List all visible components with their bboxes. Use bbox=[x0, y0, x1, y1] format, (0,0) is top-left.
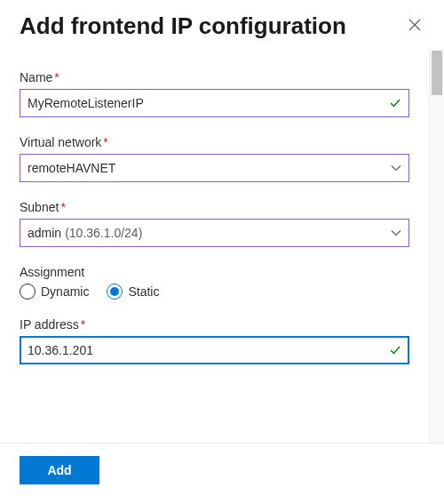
radio-circle-icon bbox=[107, 284, 123, 300]
close-icon[interactable] bbox=[405, 13, 424, 39]
field-subnet: Subnet* admin(10.36.1.0/24) bbox=[20, 200, 409, 247]
field-name: Name* MyRemoteListenerIP bbox=[20, 70, 409, 117]
scrollbar-thumb[interactable] bbox=[432, 51, 442, 95]
radio-static[interactable]: Static bbox=[107, 284, 159, 300]
radio-circle-icon bbox=[20, 284, 36, 300]
add-button[interactable]: Add bbox=[20, 456, 99, 484]
chevron-down-icon bbox=[385, 163, 401, 173]
ip-input[interactable]: 10.36.1.201 bbox=[20, 336, 409, 364]
subnet-select[interactable]: admin(10.36.1.0/24) bbox=[20, 219, 409, 247]
check-icon bbox=[385, 344, 401, 356]
panel-footer: Add bbox=[0, 443, 444, 504]
field-ip: IP address* 10.36.1.201 bbox=[20, 317, 409, 364]
add-frontend-ip-panel: Add frontend IP configuration Name* MyRe… bbox=[0, 0, 444, 504]
vnet-select[interactable]: remoteHAVNET bbox=[20, 154, 409, 182]
chevron-down-icon bbox=[385, 228, 401, 238]
field-vnet: Virtual network* remoteHAVNET bbox=[20, 135, 409, 182]
radio-dynamic[interactable]: Dynamic bbox=[20, 284, 89, 300]
panel-title: Add frontend IP configuration bbox=[20, 12, 346, 40]
field-assignment: Assignment Dynamic Static bbox=[20, 265, 409, 300]
radio-label: Static bbox=[128, 284, 159, 299]
vnet-label: Virtual network* bbox=[20, 135, 409, 149]
panel-body: Name* MyRemoteListenerIP Virtual network… bbox=[0, 49, 429, 443]
name-label: Name* bbox=[20, 70, 409, 84]
name-input[interactable]: MyRemoteListenerIP bbox=[20, 89, 409, 117]
radio-label: Dynamic bbox=[41, 284, 89, 299]
vertical-scrollbar[interactable] bbox=[429, 49, 444, 443]
assignment-radios: Dynamic Static bbox=[20, 284, 409, 300]
subnet-label: Subnet* bbox=[20, 200, 409, 214]
assignment-label: Assignment bbox=[20, 265, 409, 279]
panel-header: Add frontend IP configuration bbox=[0, 0, 444, 49]
check-icon bbox=[385, 97, 401, 109]
ip-label: IP address* bbox=[20, 317, 409, 332]
